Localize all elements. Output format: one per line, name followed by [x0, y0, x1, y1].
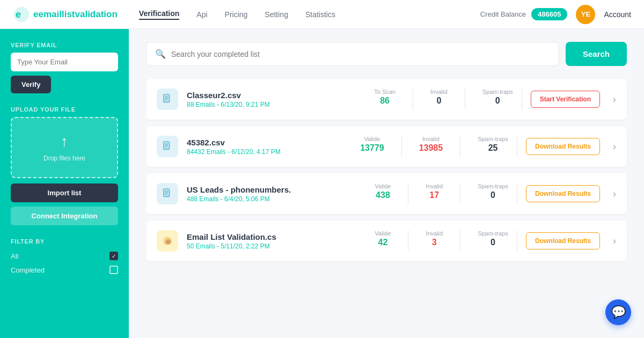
download-button-3[interactable]: Download Results — [526, 185, 600, 202]
search-button[interactable]: Search — [566, 42, 627, 66]
credit-value: 486605 — [531, 8, 567, 20]
drop-zone[interactable]: ↑ Drop files here — [11, 117, 118, 178]
filter-completed-checkbox[interactable] — [109, 266, 118, 274]
email-input[interactable] — [11, 53, 118, 71]
chevron-right-icon-4[interactable]: › — [613, 236, 616, 247]
verify-section: VERIFY EMAIL Verify — [11, 42, 118, 93]
divider — [460, 230, 460, 252]
file-icon-1 — [157, 89, 178, 110]
stat-spam-3: Spam-traps 0 — [478, 183, 508, 204]
stat-valide-label-3: Valide — [375, 183, 391, 189]
search-input[interactable] — [171, 50, 550, 58]
chevron-right-icon-1[interactable]: › — [613, 94, 616, 105]
filter-completed[interactable]: Completed — [11, 263, 118, 277]
file-meta-3: 488 Emails - 6/4/20, 5:06 PM — [187, 195, 367, 203]
svg-text:e: e — [16, 9, 21, 20]
stat-spam-label-4: Spam-traps — [478, 230, 508, 237]
logo[interactable]: e eemaillistvalidation — [13, 6, 118, 23]
list-item: 45382.csv 84432 Emails - 6/12/20, 4:17 P… — [146, 126, 627, 167]
divider — [460, 136, 460, 157]
stat-toscan-value-1: 86 — [374, 96, 396, 106]
verify-button[interactable]: Verify — [11, 76, 51, 93]
stat-invalid-2: Invalid 13985 — [419, 136, 443, 157]
stat-valide-4: Valide 42 — [375, 230, 391, 252]
header: e eemaillistvalidation Verification Api … — [0, 0, 644, 29]
verify-label: VERIFY EMAIL — [11, 42, 118, 48]
file-icon-4: 🐵 — [157, 230, 178, 252]
filter-completed-label: Completed — [11, 266, 45, 274]
stat-invalid-label-1: Invalid — [430, 89, 448, 95]
stat-invalid-value-2: 13985 — [419, 143, 443, 153]
stat-spam-label-2: Spam-traps — [478, 136, 508, 142]
chimp-icon: 🐵 — [162, 235, 173, 247]
file-info-3: US Leads - phonenumbers. 488 Emails - 6/… — [187, 185, 367, 203]
credit-label: Credit Balance — [480, 10, 526, 18]
filter-all-checkbox[interactable] — [109, 252, 118, 260]
stats-3: Valide 438 Invalid 17 Spam-traps 0 — [375, 183, 508, 204]
filter-section: FILTER BY All Completed — [11, 238, 118, 277]
nav-statistics[interactable]: Statistics — [305, 10, 335, 19]
file-icon-2 — [157, 136, 178, 157]
stat-valide-value-4: 42 — [375, 238, 391, 247]
nav-verification[interactable]: Verification — [139, 9, 179, 20]
divider — [517, 136, 517, 157]
stat-invalid-1: Invalid 0 — [430, 89, 448, 110]
file-meta-1: 88 Emails - 6/13/20, 9:21 PM — [187, 101, 365, 108]
stat-spam-2: Spam-traps 25 — [478, 136, 508, 157]
file-info-2: 45382.csv 84432 Emails - 6/12/20, 4:17 P… — [187, 138, 352, 156]
chat-bubble[interactable]: 💬 — [605, 299, 631, 325]
start-verification-button-1[interactable]: Start Verification — [531, 91, 600, 108]
nav-api[interactable]: Api — [196, 10, 207, 19]
file-meta-4: 50 Emails - 5/11/20, 2:22 PM — [187, 243, 367, 250]
filter-all[interactable]: All — [11, 249, 118, 263]
divider — [408, 230, 408, 252]
import-button[interactable]: Import list — [11, 183, 118, 202]
logo-text: eemaillistvalidation — [33, 9, 118, 20]
stats-4: Valide 42 Invalid 3 Spam-traps 0 — [375, 230, 508, 252]
csv-icon — [162, 141, 173, 152]
avatar[interactable]: YE — [576, 5, 595, 24]
filter-all-label: All — [11, 252, 18, 260]
header-right: Credit Balance 486605 YE Account — [480, 5, 631, 24]
divider — [413, 89, 413, 110]
connect-integration-button[interactable]: Connect Integration — [11, 207, 118, 225]
stat-spam-value-1: 0 — [482, 96, 513, 106]
stat-valide-label-2: Valide — [360, 136, 384, 142]
sidebar: VERIFY EMAIL Verify UPLOAD YOUR FILE ↑ D… — [0, 29, 129, 338]
divider — [517, 230, 517, 252]
stat-invalid-4: Invalid 3 — [426, 230, 443, 252]
chevron-right-icon-3[interactable]: › — [613, 188, 616, 200]
stat-spam-1: Spam-traps 0 — [482, 89, 513, 110]
nav-pricing[interactable]: Pricing — [225, 10, 248, 19]
chevron-right-icon-2[interactable]: › — [613, 141, 616, 152]
stat-invalid-value-4: 3 — [426, 238, 443, 247]
filter-label: FILTER BY — [11, 238, 118, 245]
csv-icon — [162, 93, 173, 105]
download-button-4[interactable]: Download Results — [526, 232, 600, 249]
divider — [517, 183, 517, 204]
file-info-4: Email List Validation.cs 50 Emails - 5/1… — [187, 232, 367, 250]
search-icon: 🔍 — [155, 49, 166, 59]
logo-icon: e — [13, 6, 30, 23]
stat-spam-value-3: 0 — [478, 190, 508, 200]
chat-icon: 💬 — [611, 305, 626, 319]
stat-spam-label-1: Spam-traps — [482, 89, 513, 95]
stat-spam-value-2: 25 — [478, 143, 508, 153]
search-input-wrap: 🔍 — [146, 42, 559, 66]
stats-1: To Scan 86 Invalid 0 Spam-traps 0 — [374, 89, 513, 110]
file-name-3: US Leads - phonenumbers. — [187, 185, 367, 194]
stat-invalid-label-2: Invalid — [419, 136, 443, 142]
list-item: Classeur2.csv 88 Emails - 6/13/20, 9:21 … — [146, 79, 627, 120]
divider — [401, 136, 402, 157]
account-label: Account — [604, 10, 631, 19]
stat-spam-4: Spam-traps 0 — [478, 230, 508, 252]
list-item: 🐵 Email List Validation.cs 50 Emails - 5… — [146, 221, 627, 261]
file-meta-2: 84432 Emails - 6/12/20, 4:17 PM — [187, 148, 352, 156]
nav-setting[interactable]: Setting — [265, 10, 288, 19]
stat-invalid-label-4: Invalid — [426, 230, 443, 237]
stat-invalid-value-3: 17 — [426, 190, 443, 200]
list-item: US Leads - phonenumbers. 488 Emails - 6/… — [146, 173, 627, 214]
download-button-2[interactable]: Download Results — [526, 138, 600, 155]
stat-valide-3: Valide 438 — [375, 183, 391, 204]
stat-spam-value-4: 0 — [478, 238, 508, 247]
